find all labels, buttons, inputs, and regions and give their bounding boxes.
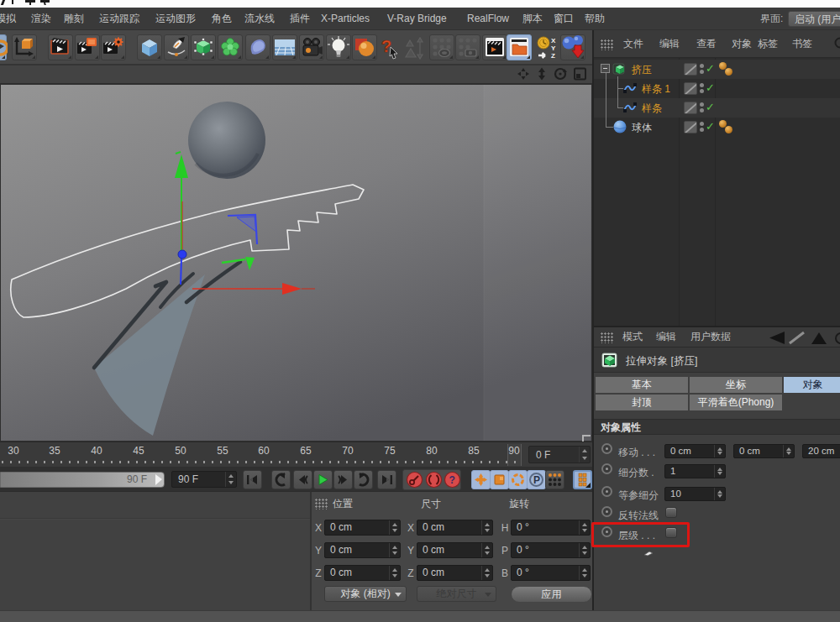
enable-check-icon[interactable]: ✓ (706, 120, 715, 133)
undo-icon[interactable] (0, 34, 7, 60)
goto-end-button[interactable] (377, 470, 396, 489)
menu-motion-tracking[interactable]: 运动跟踪 (99, 8, 139, 30)
tag-ball-icon[interactable] (725, 68, 732, 76)
frame-offset-field[interactable]: 0 F (528, 446, 591, 463)
gizmo-origin-dot[interactable] (178, 250, 186, 259)
param-subdivision-field[interactable]: 1 (664, 464, 726, 478)
coord-size-x-field[interactable]: 0 cm (417, 520, 493, 536)
keyframe-circle-icon[interactable] (601, 463, 612, 474)
timeline-window-icon[interactable] (482, 34, 507, 60)
zoom-icon[interactable] (538, 68, 545, 81)
snap-grid-view-icon[interactable] (455, 34, 480, 60)
play-button[interactable] (313, 470, 333, 489)
menu-mograph[interactable]: 运动图形 (155, 8, 196, 30)
tag-ball-icon[interactable] (725, 126, 732, 133)
om-menu-tags[interactable]: 标签 (758, 30, 778, 57)
axis-ghost-icon[interactable] (402, 34, 428, 60)
range-grip-icon[interactable] (155, 474, 162, 485)
keyframe-circle-icon[interactable] (601, 486, 612, 497)
spinner-arrows[interactable] (579, 447, 590, 463)
camera-icon[interactable] (299, 34, 324, 60)
param-movement-y-field[interactable]: 0 cm (733, 444, 795, 458)
current-frame-spinner[interactable]: 90 F (171, 471, 237, 488)
am-menu-userdata[interactable]: 用户数据 (690, 327, 731, 347)
axis-z-shaft[interactable] (181, 259, 181, 285)
layer-swatch-icon[interactable] (684, 82, 697, 95)
menu-character[interactable]: 角色 (212, 8, 232, 30)
object-row-sphere[interactable]: 球体 ✓ (594, 118, 840, 137)
coord-rot-h-field[interactable]: 0 ° (511, 520, 591, 536)
floor-environment-icon[interactable] (272, 34, 297, 60)
render-visibility-dot[interactable] (700, 108, 704, 112)
render-visibility-dot[interactable] (700, 89, 704, 93)
timeline-range-slider[interactable]: 90 F (0, 472, 165, 488)
object-row-extrude[interactable]: 挤压 ✓ (594, 60, 840, 79)
apply-button[interactable]: 应用 (511, 586, 592, 603)
am-search-icon[interactable] (836, 333, 840, 343)
flip-normals-checkbox[interactable] (665, 507, 677, 518)
menu-pipeline[interactable]: 流水线 (244, 8, 275, 30)
modeling-generator-icon[interactable] (218, 34, 243, 60)
menu-script[interactable]: 脚本 (522, 8, 543, 30)
coord-rot-b-field[interactable]: 0 ° (511, 565, 591, 581)
om-menu-edit[interactable]: 编辑 (659, 30, 680, 57)
render-visibility-dot[interactable] (700, 70, 704, 74)
content-browser-folder-icon[interactable] (507, 34, 532, 60)
layer-swatch-icon[interactable] (684, 121, 697, 133)
object-row-spline1[interactable]: 样条 1 ✓ (594, 79, 840, 98)
menu-simulate[interactable]: 模拟 (0, 8, 16, 30)
om-menu-view[interactable]: 查看 (696, 30, 717, 57)
panel-handle-icon[interactable] (315, 499, 328, 510)
expand-toggle-icon[interactable] (601, 64, 610, 73)
render-picture-viewer-icon[interactable] (75, 34, 100, 60)
tab-coordinates[interactable]: 坐标 (690, 377, 782, 393)
prev-frame-button[interactable] (293, 470, 312, 489)
render-view-icon[interactable] (48, 34, 73, 60)
om-menu-file[interactable]: 文件 (623, 30, 643, 57)
spline-pen-icon[interactable] (164, 34, 189, 60)
record-options-button[interactable]: ? (443, 470, 462, 489)
light-icon[interactable] (326, 34, 351, 60)
tab-phong[interactable]: 平滑着色(Phong) (690, 395, 782, 410)
coord-size-y-field[interactable]: 0 cm (417, 542, 493, 558)
materials-panel[interactable] (0, 491, 310, 610)
coord-pos-z-field[interactable]: 0 cm (324, 565, 401, 581)
play-backwards-loop-button[interactable] (271, 470, 291, 489)
menu-realflow[interactable]: RealFlow (467, 8, 509, 30)
object-row-spline[interactable]: 样条 ✓ (594, 98, 840, 118)
panel-handle-icon[interactable] (601, 39, 614, 50)
key-parameter-toggle[interactable]: P (527, 470, 546, 489)
coord-rot-p-field[interactable]: 0 ° (511, 542, 591, 558)
om-menu-objects[interactable]: 对象 (732, 30, 752, 57)
editor-visibility-dot[interactable] (700, 102, 704, 107)
render-settings-icon[interactable] (101, 34, 126, 60)
param-movement-x-field[interactable]: 0 cm (664, 444, 726, 458)
deformer-icon[interactable] (245, 34, 270, 60)
panel-handle-icon[interactable] (601, 332, 614, 343)
coordinate-system-icon[interactable] (12, 34, 37, 60)
om-search-icon[interactable] (832, 37, 840, 50)
keyframe-circle-icon[interactable] (601, 443, 612, 454)
param-iso-subdivision-field[interactable]: 10 (664, 487, 726, 501)
tab-object[interactable]: 对象 (784, 377, 840, 393)
coord-size-mode-dropdown[interactable]: 绝对尺寸 (417, 586, 496, 602)
layer-swatch-icon[interactable] (684, 63, 697, 76)
material-icon[interactable] (352, 34, 377, 60)
editor-visibility-dot[interactable] (700, 83, 704, 87)
key-position-toggle[interactable] (471, 470, 491, 489)
viewport-3d[interactable] (0, 84, 592, 442)
key-scale-toggle[interactable] (490, 470, 509, 489)
spinner-arrows[interactable] (225, 472, 236, 487)
next-frame-button[interactable] (333, 470, 353, 489)
menu-plugins[interactable]: 插件 (290, 8, 310, 30)
menu-xparticles[interactable]: X-Particles (321, 8, 370, 30)
param-movement-z-field[interactable]: 20 cm (802, 444, 840, 458)
coord-pos-x-field[interactable]: 0 cm (324, 520, 401, 536)
editor-visibility-dot[interactable] (700, 122, 704, 126)
help-commander-icon[interactable]: ? (375, 34, 400, 60)
editor-visibility-dot[interactable] (700, 64, 704, 68)
keyframe-circle-icon[interactable] (601, 506, 612, 517)
pan-icon[interactable] (517, 68, 529, 80)
snap-grid-quantize-icon[interactable] (429, 34, 454, 60)
autokey-button[interactable] (424, 470, 444, 489)
